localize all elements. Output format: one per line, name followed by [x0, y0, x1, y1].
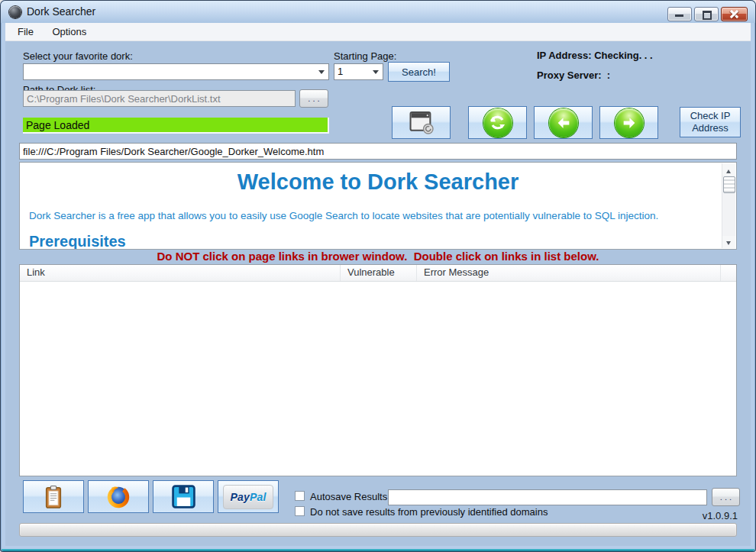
back-button[interactable]	[534, 106, 593, 139]
save-path-input[interactable]	[388, 489, 707, 505]
load-welcome-page-button[interactable]	[392, 106, 451, 139]
window-refresh-icon	[408, 111, 435, 134]
paypal-text-pal: Pal	[250, 491, 267, 503]
app-window: Dork Searcher File Options Select your f…	[0, 0, 756, 552]
close-icon	[722, 8, 747, 21]
autosave-checkbox[interactable]	[295, 491, 305, 501]
proxy-server-status: Proxy Server: :	[537, 69, 610, 81]
status-banner: Page Loaded	[23, 118, 329, 134]
column-header-error-message[interactable]: Error Message	[417, 265, 721, 281]
url-input[interactable]	[19, 143, 737, 160]
maximize-icon	[703, 11, 712, 20]
page-subheading: Prerequisites	[29, 233, 126, 250]
results-listview[interactable]: Link Vulnerable Error Message	[19, 264, 737, 476]
window-controls	[667, 7, 748, 21]
back-arrow-icon	[549, 108, 578, 137]
version-label: v1.0.9.1	[703, 510, 738, 521]
browser-panel[interactable]: Welcome to Dork Searcher Dork Searcher i…	[19, 162, 737, 250]
dork-list-path-input[interactable]	[23, 90, 296, 107]
page-heading: Welcome to Dork Searcher	[20, 169, 736, 195]
globe-icon	[9, 6, 21, 18]
paypal-donate-button[interactable]: PayPal	[218, 480, 279, 513]
check-ip-button[interactable]: Check IP Address	[680, 107, 741, 137]
scroll-down-icon[interactable]	[722, 236, 735, 248]
copy-results-button[interactable]	[23, 480, 84, 513]
floppy-disk-icon	[171, 484, 196, 509]
starting-page-combobox[interactable]: 1	[334, 63, 383, 80]
scrollbar-thumb[interactable]	[723, 176, 735, 193]
menu-file[interactable]: File	[10, 23, 41, 40]
titlebar[interactable]: Dork Searcher	[1, 1, 755, 23]
refresh-button[interactable]	[468, 106, 527, 139]
close-button[interactable]	[721, 7, 748, 21]
client-area: File Options Select your favorite dork: …	[5, 23, 751, 546]
scroll-up-icon[interactable]	[722, 163, 735, 176]
paypal-logo: PayPal	[223, 485, 273, 509]
forward-button[interactable]	[599, 106, 658, 139]
dork-label: Select your favorite dork:	[23, 50, 133, 62]
firefox-icon	[105, 484, 131, 510]
no-duplicates-label: Do not save results from previously iden…	[310, 506, 548, 518]
results-header-row: Link Vulnerable Error Message	[20, 265, 736, 282]
chevron-down-icon	[318, 70, 325, 77]
paypal-text-pay: Pay	[230, 491, 250, 503]
save-results-button[interactable]	[153, 480, 214, 513]
starting-page-value: 1	[338, 66, 343, 77]
check-ip-button-label: Check IP Address	[680, 110, 740, 135]
menu-options[interactable]: Options	[44, 23, 94, 40]
refresh-icon	[483, 108, 512, 137]
menu-bar: File Options	[5, 23, 751, 41]
autosave-label: Autosave Results	[310, 491, 387, 502]
browser-scrollbar[interactable]	[722, 163, 735, 248]
open-in-firefox-button[interactable]	[88, 480, 149, 513]
ip-address-status: IP Address: Checking. . .	[537, 50, 653, 61]
chevron-down-icon	[373, 70, 379, 77]
page-paragraph: Dork Searcher is a free app that allows …	[29, 210, 710, 221]
search-button[interactable]: Search!	[388, 62, 450, 82]
progress-bar	[19, 523, 737, 537]
no-duplicates-checkbox[interactable]	[295, 506, 305, 516]
clipboard-icon	[43, 484, 64, 510]
column-header-filler	[721, 265, 736, 281]
starting-page-label: Starting Page:	[334, 50, 396, 62]
warning-text: Do NOT click on page links in brower win…	[5, 250, 751, 263]
window-title: Dork Searcher	[27, 5, 95, 18]
search-button-label: Search!	[402, 66, 436, 78]
maximize-button[interactable]	[694, 7, 719, 21]
browse-save-path-button[interactable]: . . .	[712, 488, 740, 506]
browse-dork-list-button[interactable]: . . .	[299, 89, 328, 108]
dork-combobox[interactable]	[23, 63, 329, 80]
minimize-button[interactable]	[667, 7, 692, 21]
forward-arrow-icon	[615, 108, 644, 137]
column-header-vulnerable[interactable]: Vulnerable	[341, 265, 417, 281]
minimize-icon	[675, 15, 683, 17]
column-header-link[interactable]: Link	[20, 265, 341, 281]
